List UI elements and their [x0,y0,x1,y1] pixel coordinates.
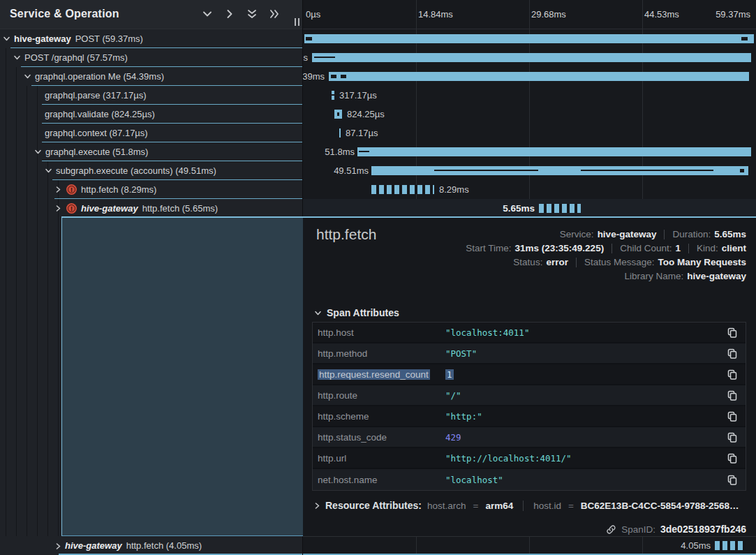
duration-label: 49.51ms [334,165,369,176]
attribute-row[interactable]: http.url "http://localhost:4011/" [313,448,746,469]
span-id-label: SpanID: [621,524,655,535]
span-bar[interactable] [329,72,749,81]
duration-label: 8.29ms [439,184,469,195]
span-row-http-fetch-8ms[interactable]: http.fetch (8.29ms) [0,180,303,199]
gridline [529,0,530,29]
resource-value: BC62E13B-C4CC-5854-9788-2568… [581,501,739,511]
attribute-row[interactable]: http.method "POST" [313,343,746,364]
span-row-graphql-validate[interactable]: graphql.validate (824.25µs) [0,105,303,124]
copy-button[interactable] [718,475,746,485]
panel-resize-handle[interactable] [295,18,299,26]
span-bar[interactable] [371,185,434,194]
copy-button[interactable] [718,327,746,338]
collapse-all-icon[interactable] [202,9,212,19]
span-row-http-fetch-5ms[interactable]: hive-gateway http.fetch (5.65ms) [0,199,303,218]
gridline [529,537,530,555]
meta-divider [576,258,577,267]
span-bar[interactable] [339,128,341,138]
attribute-value: "localhost" [445,475,718,485]
timeline-row: 59.37ms [303,29,756,48]
attribute-row[interactable]: http.route "/" [313,385,746,406]
span-bar[interactable] [304,34,754,43]
attribute-row[interactable]: http.host "localhost:4011" [313,323,746,343]
error-icon [66,203,77,214]
meta-label: Library Name: [624,271,683,281]
meta-line: Start Time: 31ms (23:35:49.225) Child Co… [466,243,746,253]
panel-divider[interactable] [302,0,303,216]
span-row-subgraph-execute[interactable]: subgraph.execute (accounts) (49.51ms) [0,161,303,180]
chevron-down-icon[interactable] [35,149,41,154]
meta-value: 1 [675,243,681,253]
duration-label: 87.17µs [346,128,378,138]
double-chevron-right-icon[interactable] [269,9,279,19]
attribute-key: http.url [313,453,445,464]
meta-divider [688,244,689,253]
attribute-row[interactable]: http.status_code 429 [313,427,746,448]
meta-value: 31ms (23:35:49.225) [515,243,605,253]
copy-icon [727,327,737,338]
copy-button[interactable] [718,411,746,422]
attribute-value: 429 [445,432,718,443]
span-bar[interactable] [357,147,751,156]
meta-label: Start Time: [466,243,511,253]
meta-divider [664,230,665,239]
indent-guide [58,180,59,555]
link-icon[interactable] [606,524,616,535]
span-row-graphql-context[interactable]: graphql.context (87.17µs) [0,124,303,142]
chevron-down-icon[interactable] [24,74,31,79]
attribute-row-selected[interactable]: http.request.resend_count 1 [313,364,746,385]
span-bar[interactable] [312,53,751,62]
attribute-value: 1 [445,369,454,380]
meta-divider [612,244,612,253]
span-row-post-graphql[interactable]: POST /graphql (57.57ms) [0,48,303,67]
gridline [642,0,643,29]
tree-header: Service & Operation [0,0,303,29]
span-bar[interactable] [332,91,334,100]
span-row-graphql-execute[interactable]: graphql.execute (51.8ms) [0,142,303,161]
copy-button[interactable] [718,390,746,401]
meta-label: Status: [513,257,542,267]
span-bar[interactable] [539,204,581,213]
duration-label: 51.8ms [325,147,355,157]
chevron-right-icon[interactable] [56,540,61,552]
chevron-right-icon[interactable] [56,186,62,193]
copy-button[interactable] [718,369,746,380]
error-icon [66,184,77,195]
expand-one-icon[interactable] [225,9,235,19]
section-title: Span Attributes [327,307,399,318]
span-row-hive-gateway-post[interactable]: hive-gateway POST (59.37ms) [0,29,303,48]
span-row-graphql-parse[interactable]: graphql.parse (317.17µs) [0,86,303,105]
copy-button[interactable] [718,348,746,359]
span-bar[interactable] [371,166,748,175]
resource-attributes-toggle[interactable]: Resource Attributes: host.arch = arm64 h… [315,500,746,511]
copy-button[interactable] [718,453,746,464]
panel-title: Service & Operation [10,8,119,20]
span-attributes-toggle[interactable]: Span Attributes [315,307,399,318]
attribute-value: "/" [445,390,718,401]
attribute-key: net.host.name [313,475,445,485]
duration-label: 54.39ms [303,71,325,82]
span-id-value: 3de02518937fb246 [660,524,746,535]
span-row-http-fetch-4ms[interactable]: hive-gateway http.fetch (4.05ms) [0,536,303,555]
double-chevron-down-icon[interactable] [247,9,257,19]
timeline-row: 824.25µs [303,105,756,124]
attribute-row[interactable]: net.host.name "localhost" [313,469,746,490]
chevron-down-icon[interactable] [45,168,52,173]
chevron-down-icon[interactable] [14,55,20,60]
meta-value: 5.65ms [714,229,746,239]
timeline-row: 49.51ms [303,161,756,180]
span-label: graphql.validate (824.25µs) [45,109,155,119]
meta-value: client [722,243,746,253]
span-label: http.fetch (4.05ms) [126,540,202,551]
gridline [416,537,417,555]
resource-key: host.arch [427,501,466,511]
copy-button[interactable] [718,432,746,443]
span-bar[interactable] [334,110,342,119]
chevron-right-icon[interactable] [56,205,62,212]
span-row-graphql-operation[interactable]: graphql.operation Me (54.39ms) [0,67,303,86]
attribute-row[interactable]: http.scheme "http:" [313,406,746,427]
meta-label: Status Message: [584,257,655,267]
span-label: graphql.parse (317.17µs) [45,90,147,101]
span-bar[interactable] [715,541,746,550]
chevron-down-icon[interactable] [3,36,10,41]
